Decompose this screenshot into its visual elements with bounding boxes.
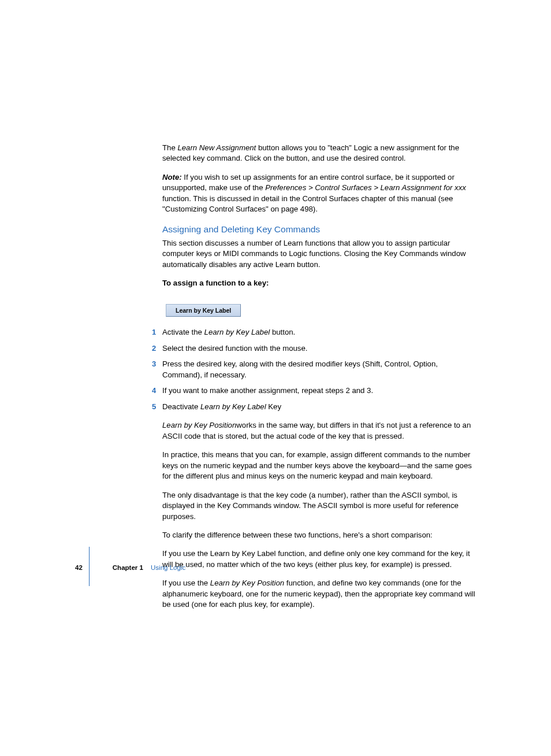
page-footer: 42 Chapter 1 Using Logic (75, 563, 185, 572)
step-5: Deactivate Learn by Key Label Key (162, 402, 476, 412)
note-label: Note: (162, 173, 182, 181)
post-p4: To clarify the difference between these … (162, 530, 476, 540)
prefs-path: Preferences > Control Surfaces > Learn A… (265, 183, 466, 192)
footer-divider (89, 547, 90, 586)
chapter-title: Using Logic (151, 564, 185, 571)
chapter-label: Chapter 1 (113, 564, 143, 571)
intro-note: Note: If you wish to set up assignments … (162, 172, 476, 215)
post-p1: Learn by Key Positionworks in the same w… (162, 420, 476, 442)
step-1: Activate the Learn by Key Label button. (162, 327, 476, 338)
section-intro: This section discusses a number of Learn… (162, 238, 476, 270)
post-p3: The only disadvantage is that the key co… (162, 490, 476, 522)
page-number: 42 (75, 563, 83, 572)
step-2: Select the desired function with the mou… (162, 343, 476, 354)
intro-paragraph-1: The Learn New Assignment button allows y… (162, 143, 476, 164)
learn-by-key-position-term: Learn by Key Position (162, 421, 236, 429)
post-p2: In practice, this means that you can, fo… (162, 450, 476, 481)
post-p5: If you use the Learn by Key Label functi… (162, 549, 476, 570)
assign-subhead: To assign a function to a key: (162, 278, 476, 288)
post-p6: If you use the Learn by Key Position fun… (162, 578, 476, 610)
steps-list: Activate the Learn by Key Label button. … (162, 327, 476, 412)
section-heading: Assigning and Deleting Key Commands (162, 223, 476, 236)
learn-new-assignment-term: Learn New Assignment (177, 143, 256, 152)
step-3: Press the desired key, along with the de… (162, 359, 476, 380)
step-4: If you want to make another assignment, … (162, 386, 476, 396)
learn-by-key-label-button[interactable]: Learn by Key Label (166, 304, 241, 317)
